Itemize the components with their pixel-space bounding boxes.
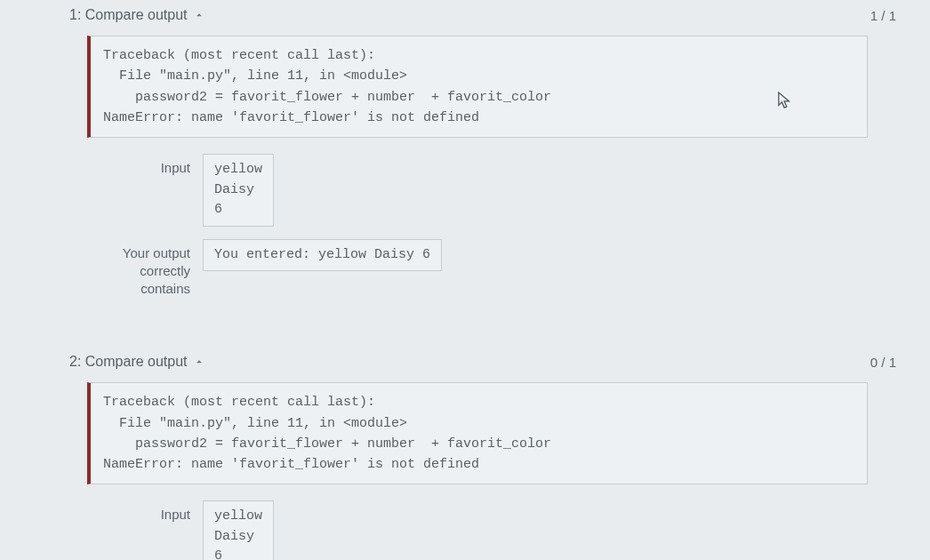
input-row: Input yellow Daisy 6 bbox=[87, 154, 930, 227]
input-row: Input yellow Daisy 6 bbox=[87, 500, 930, 560]
chevron-up-icon bbox=[193, 9, 205, 21]
compare-output-section: 1: Compare output 1 / 1 Traceback (most … bbox=[0, 0, 930, 328]
compare-output-section: 2: Compare output 0 / 1 Traceback (most … bbox=[0, 347, 930, 560]
section-title: 1: Compare output bbox=[69, 7, 188, 23]
output-contains-label: Your output correctly contains bbox=[87, 239, 203, 299]
section-divider bbox=[0, 340, 930, 341]
section-title-text: Compare output bbox=[85, 7, 188, 22]
section-title: 2: Compare output bbox=[69, 354, 188, 370]
section-title-text: Compare output bbox=[85, 354, 188, 369]
output-contains-row: Your output correctly contains You enter… bbox=[87, 239, 930, 299]
chevron-up-icon bbox=[193, 356, 205, 368]
section-index: 1 bbox=[69, 7, 77, 22]
traceback-output: Traceback (most recent call last): File … bbox=[87, 382, 868, 484]
input-label: Input bbox=[87, 154, 203, 177]
score-badge: 0 / 1 bbox=[870, 355, 914, 370]
section-index: 2 bbox=[69, 354, 77, 369]
traceback-output: Traceback (most recent call last): File … bbox=[87, 36, 868, 138]
section-header[interactable]: 1: Compare output 1 / 1 bbox=[0, 0, 930, 30]
score-badge: 1 / 1 bbox=[870, 8, 914, 23]
input-value: yellow Daisy 6 bbox=[203, 154, 274, 227]
section-header[interactable]: 2: Compare output 0 / 1 bbox=[0, 347, 930, 377]
input-label: Input bbox=[87, 500, 203, 524]
input-value: yellow Daisy 6 bbox=[203, 500, 274, 560]
output-contains-value: You entered: yellow Daisy 6 bbox=[203, 239, 442, 272]
